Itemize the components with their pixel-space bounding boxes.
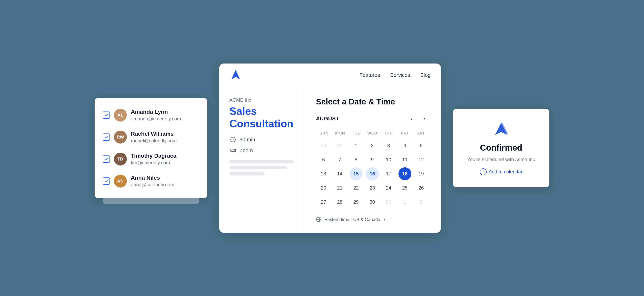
service-title: Sales Consultation — [230, 105, 294, 130]
calendar-day[interactable]: 14 — [333, 167, 346, 180]
calendar-day: 1 — [398, 196, 411, 209]
booking-nav: Features Services Blog — [219, 64, 441, 87]
nav-links: Features Services Blog — [360, 72, 431, 78]
calendar-day[interactable]: 4 — [398, 139, 411, 152]
confirmed-card: Confirmed You're scheduled with Acme Inc… — [453, 109, 550, 187]
user-avatar: AN — [114, 175, 127, 188]
user-list-card: AL Amanda Lynn amanda@calendly.com RW Ra… — [94, 98, 207, 198]
calendar-header: AUGUST — [316, 114, 429, 123]
calendar-day[interactable]: 23 — [366, 182, 379, 194]
desc-line-2 — [230, 166, 287, 169]
calendar-day[interactable]: 11 — [398, 153, 411, 166]
avatar-initials: TD — [114, 153, 127, 166]
calendar-day[interactable]: 5 — [415, 139, 428, 152]
timezone-text: Eastern time - US & Canada — [324, 217, 380, 222]
user-checkbox[interactable] — [103, 133, 110, 141]
add-calendar-label: Add to calendar — [489, 169, 522, 175]
calendar-day[interactable]: 8 — [350, 153, 362, 166]
calendar-day[interactable]: 22 — [350, 182, 362, 194]
user-email: anna@calendly.com — [131, 182, 174, 188]
calendar-day[interactable]: 20 — [317, 182, 330, 194]
clock-icon — [230, 136, 237, 143]
user-avatar: AL — [114, 109, 127, 122]
add-to-calendar-button[interactable]: + Add to calendar — [480, 168, 522, 175]
user-checkbox[interactable] — [103, 178, 110, 185]
globe-icon — [316, 217, 322, 223]
confirmed-title: Confirmed — [480, 143, 522, 153]
next-month-button[interactable] — [420, 114, 429, 123]
avatar-initials: AL — [114, 109, 127, 122]
nav-blog[interactable]: Blog — [420, 72, 431, 78]
timezone-row: Eastern time - US & Canada ▾ — [316, 217, 429, 223]
prev-month-button[interactable] — [407, 114, 416, 123]
avatar-initials: RW — [114, 131, 127, 143]
calendar-grid: SUNMONTUEWEDTHUFRISAT 303112345678910111… — [316, 129, 429, 209]
calendar-day[interactable]: 3 — [382, 139, 395, 152]
day-header: FRI — [396, 129, 412, 137]
company-name: ACME Inc — [230, 97, 294, 103]
calendar-day[interactable]: 28 — [333, 196, 346, 209]
day-header: WED — [364, 129, 380, 137]
calendar-day[interactable]: 13 — [317, 167, 330, 180]
svg-rect-3 — [231, 149, 234, 152]
booking-left-panel: ACME Inc Sales Consultation 30 min — [219, 87, 304, 233]
user-item: AL Amanda Lynn amanda@calendly.com — [103, 104, 199, 126]
booking-card: Features Services Blog ACME Inc Sales Co… — [219, 64, 441, 233]
user-email: amanda@calendly.com — [131, 116, 181, 122]
calendar-day[interactable]: 2 — [366, 139, 379, 152]
app-logo — [230, 69, 242, 81]
user-name: Rachel Williams — [131, 131, 177, 137]
user-name: Anna Niles — [131, 175, 174, 181]
month-label: AUGUST — [316, 115, 339, 122]
duration-detail: 30 min — [230, 136, 294, 143]
description-placeholder — [230, 160, 294, 176]
timezone-dropdown-arrow[interactable]: ▾ — [384, 218, 385, 221]
calendar-day: 30 — [382, 196, 395, 209]
confirmed-logo — [491, 121, 511, 137]
calendar-day[interactable]: 24 — [382, 182, 395, 194]
day-header: SUN — [316, 129, 332, 137]
user-email: rachel@calendly.com — [131, 138, 177, 143]
day-header: THU — [380, 129, 396, 137]
user-info: Amanda Lynn amanda@calendly.com — [131, 109, 181, 122]
calendar-day[interactable]: 9 — [366, 153, 379, 166]
user-name: Amanda Lynn — [131, 109, 181, 115]
calendar-day[interactable]: 10 — [382, 153, 395, 166]
calendar-day[interactable]: 7 — [333, 153, 346, 166]
calendar-day[interactable]: 27 — [317, 196, 330, 209]
calendar-day: 30 — [317, 139, 330, 152]
day-header: SAT — [412, 129, 429, 137]
calendar-day[interactable]: 16 — [366, 167, 379, 180]
user-checkbox[interactable] — [103, 111, 110, 119]
user-checkbox[interactable] — [103, 156, 110, 163]
calendar-day: 2 — [415, 196, 428, 209]
avatar-initials: AN — [114, 175, 127, 188]
calendar-day[interactable]: 15 — [350, 167, 362, 180]
calendar-day[interactable]: 18 — [398, 167, 411, 180]
calendar-day[interactable]: 12 — [415, 153, 428, 166]
calendar-days-header: SUNMONTUEWEDTHUFRISAT — [316, 129, 429, 137]
add-calendar-icon: + — [480, 168, 486, 175]
calendar-day[interactable]: 26 — [415, 182, 428, 194]
nav-features[interactable]: Features — [360, 72, 380, 78]
platform-text: Zoom — [240, 147, 253, 154]
calendar-day[interactable]: 1 — [350, 139, 362, 152]
booking-content: ACME Inc Sales Consultation 30 min — [219, 87, 441, 233]
scene: AL Amanda Lynn amanda@calendly.com RW Ra… — [0, 0, 644, 296]
calendar-nav-arrows — [407, 114, 429, 123]
calendar-day[interactable]: 21 — [333, 182, 346, 194]
desc-line-3 — [230, 172, 265, 176]
calendar-day[interactable]: 29 — [350, 196, 362, 209]
calendar-day[interactable]: 17 — [382, 167, 395, 180]
user-info: Timothy Dagraca tim@calendly.com — [131, 153, 176, 166]
calendar-day[interactable]: 30 — [366, 196, 379, 209]
calendar-body: 3031123456789101112131415161718192021222… — [316, 139, 429, 209]
calendar-day[interactable]: 25 — [398, 182, 411, 194]
calendar-day[interactable]: 6 — [317, 153, 330, 166]
calendar-day[interactable]: 19 — [415, 167, 428, 180]
user-name: Timothy Dagraca — [131, 153, 176, 159]
nav-services[interactable]: Services — [390, 72, 410, 78]
confirmed-subtitle: You're scheduled with Acme Inc — [467, 157, 535, 162]
user-info: Rachel Williams rachel@calendly.com — [131, 131, 177, 143]
day-header: TUE — [348, 129, 364, 137]
